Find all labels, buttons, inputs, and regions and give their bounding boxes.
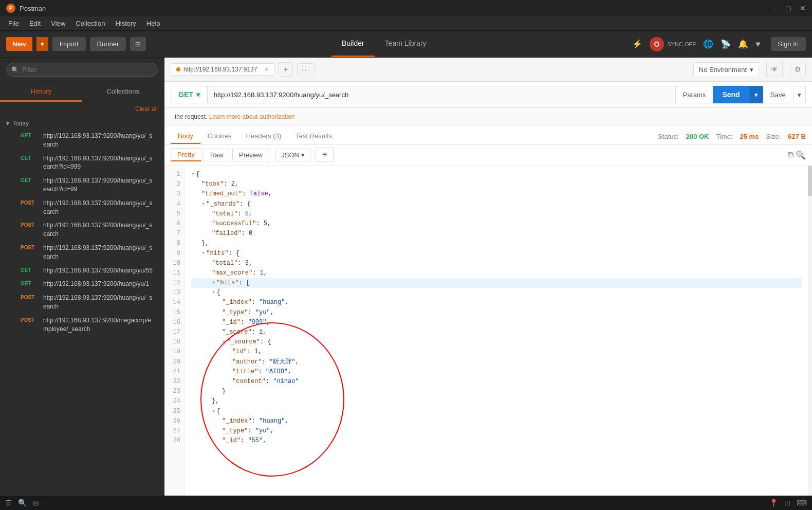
- scrollbar[interactable]: [808, 166, 812, 496]
- heart-icon[interactable]: ♥: [755, 40, 761, 49]
- signin-button[interactable]: Sign In: [771, 37, 806, 51]
- list-item[interactable]: POST http://192.168.93.137:9200/huang/yu…: [6, 218, 158, 241]
- close-button[interactable]: ✕: [800, 4, 806, 12]
- word-wrap-button[interactable]: ≡: [316, 148, 334, 162]
- clear-all-button[interactable]: Clear all: [135, 105, 158, 113]
- menu-history[interactable]: History: [111, 19, 140, 28]
- env-eye-button[interactable]: 👁: [766, 62, 783, 77]
- statusbar: ☰ 🔍 ⊞ 📍 ⊡ ⌨: [0, 496, 812, 510]
- list-item[interactable]: POST http://192.168.93.137:9200/huang/yu…: [6, 291, 158, 314]
- json-line-18: ▾"_source": {: [191, 337, 802, 347]
- json-line-23: }: [191, 387, 802, 396]
- format-preview-button[interactable]: Preview: [232, 149, 269, 161]
- json-line-1: ▾{: [191, 170, 802, 179]
- tab-url-label: http://192.168.93.137:9137: [183, 66, 257, 73]
- tab-builder[interactable]: Builder: [331, 31, 375, 57]
- save-arrow-button[interactable]: ▾: [793, 86, 806, 103]
- request-url-bar: GET ▾ Params Send ▾ Save ▾: [164, 82, 812, 108]
- tab-headers[interactable]: Headers (3): [239, 129, 289, 144]
- collections-tab[interactable]: Collections: [82, 82, 164, 102]
- list-item[interactable]: POST http://192.168.93.137:9200/megacorp…: [6, 314, 158, 336]
- method-selector[interactable]: GET ▾: [171, 86, 207, 103]
- tab-team-library[interactable]: Team Library: [375, 31, 437, 57]
- sync-button[interactable]: [650, 37, 664, 51]
- json-line-9: ▾"hits": {: [191, 249, 802, 259]
- request-tab[interactable]: http://192.168.93.137:9137 ✕: [171, 63, 274, 76]
- main-nav-tabs: Builder Team Library: [331, 31, 437, 57]
- today-header[interactable]: ▾ Today: [6, 118, 158, 129]
- minimize-button[interactable]: —: [770, 4, 777, 12]
- chevron-down-icon: ▾: [6, 120, 9, 127]
- json-content: ▾{ "took": 2, "timed_out": false, ▾"_sha…: [185, 166, 808, 496]
- globe-icon[interactable]: 🌐: [703, 39, 713, 49]
- env-gear-button[interactable]: ⚙: [790, 62, 806, 77]
- json-line-21: "title": "AIDD",: [191, 367, 802, 377]
- send-arrow-button[interactable]: ▾: [749, 86, 763, 103]
- environment-select[interactable]: No Environment ▾: [693, 62, 759, 77]
- window-controls: — ◻ ✕: [770, 4, 806, 12]
- format-raw-button[interactable]: Raw: [204, 149, 230, 161]
- app-icon: P: [6, 4, 15, 13]
- list-item[interactable]: POST http://192.168.93.137:9200/huang/yu…: [6, 196, 158, 219]
- list-item[interactable]: GET http://192.168.93.137:9200/huang/yu/…: [6, 174, 158, 196]
- radio-icon[interactable]: 📡: [721, 39, 731, 49]
- bell-icon[interactable]: 🔔: [738, 39, 748, 49]
- tab-body[interactable]: Body: [171, 129, 200, 144]
- menu-collection[interactable]: Collection: [71, 19, 109, 28]
- runner-button[interactable]: Runner: [90, 37, 126, 51]
- copy-button[interactable]: ⧉: [788, 150, 793, 159]
- more-tabs-button[interactable]: ···: [297, 63, 315, 76]
- sidebar-toggle-icon[interactable]: ☰: [5, 499, 12, 507]
- method-badge-get: GET: [21, 177, 39, 183]
- history-url: http://192.168.93.137:9200/huang/yu/_sea…: [43, 244, 154, 261]
- tab-close-icon[interactable]: ✕: [264, 66, 269, 73]
- json-body[interactable]: 1 2 3 4 5 6 7 8 9 10 11 12 13 14 15 16 1: [164, 166, 812, 496]
- send-button[interactable]: Send: [713, 86, 749, 103]
- search-status-icon[interactable]: 🔍: [18, 499, 27, 507]
- url-input[interactable]: [207, 86, 675, 103]
- learn-more-link[interactable]: Learn more about authorization: [209, 113, 295, 120]
- tab-dot: [176, 67, 180, 71]
- titlebar: P Postman — ◻ ✕: [0, 0, 812, 16]
- location-icon[interactable]: 📍: [769, 499, 778, 507]
- layout-icon[interactable]: ⊡: [784, 499, 790, 507]
- svg-point-1: [655, 43, 658, 46]
- json-line-17: "_score": 1,: [191, 327, 802, 337]
- size-value: 627 B: [788, 133, 806, 140]
- params-button[interactable]: Params: [675, 86, 713, 103]
- tab-cookies[interactable]: Cookies: [200, 129, 239, 144]
- list-item[interactable]: GET http://192.168.93.137:9200/huang/yu/…: [6, 152, 158, 174]
- keyboard-icon[interactable]: ⌨: [797, 499, 807, 507]
- sync-text: SYNC OFF: [667, 41, 696, 47]
- search-button[interactable]: 🔍: [796, 150, 806, 160]
- menu-file[interactable]: File: [4, 19, 23, 28]
- auth-notice: the request. Learn more about authorizat…: [164, 108, 812, 126]
- time-value: 25 ms: [740, 133, 759, 140]
- menu-help[interactable]: Help: [142, 19, 164, 28]
- history-tab[interactable]: History: [0, 82, 82, 102]
- format-select[interactable]: JSON ▾: [275, 149, 310, 161]
- save-button[interactable]: Save: [763, 86, 793, 103]
- new-arrow-button[interactable]: ▾: [36, 37, 48, 51]
- menu-edit[interactable]: Edit: [25, 19, 45, 28]
- list-item[interactable]: GET http://192.168.93.137:9200/huang/yu/…: [6, 264, 158, 278]
- import-button[interactable]: Import: [52, 37, 86, 51]
- menu-view[interactable]: View: [47, 19, 69, 28]
- list-item[interactable]: POST http://192.168.93.137:9200/huang/yu…: [6, 241, 158, 264]
- list-item[interactable]: GET http://192.168.93.137:9200/huang/yu/…: [6, 129, 158, 152]
- tab-test-results[interactable]: Test Results: [288, 129, 339, 144]
- interceptor-icon[interactable]: ⚡: [632, 39, 642, 49]
- panel-toggle-icon[interactable]: ⊞: [33, 499, 39, 507]
- restore-button[interactable]: ◻: [785, 4, 791, 12]
- json-line-26: "_index": "huang",: [191, 416, 802, 426]
- add-tab-button[interactable]: +: [279, 62, 292, 77]
- json-line-19: "id": 1,: [191, 347, 802, 357]
- layout-button[interactable]: ⊞: [130, 37, 146, 51]
- json-line-6: "successful": 5,: [191, 219, 802, 229]
- search-icon: 🔍: [11, 66, 19, 74]
- format-pretty-button[interactable]: Pretty: [171, 148, 201, 161]
- list-item[interactable]: GET http://192.168.93.137:9200/huang/yu/…: [6, 277, 158, 291]
- app-title: Postman: [20, 5, 46, 12]
- filter-input[interactable]: [6, 63, 158, 77]
- new-button[interactable]: New: [6, 37, 32, 51]
